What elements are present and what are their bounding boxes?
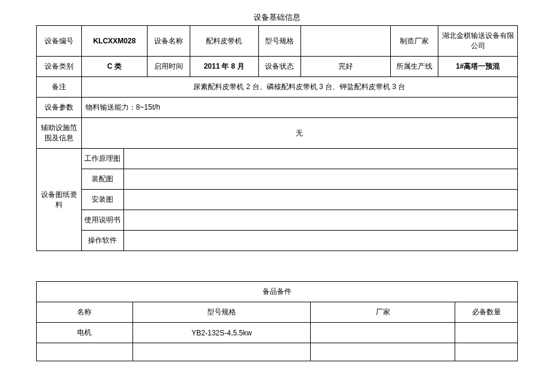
header-name: 名称	[37, 302, 133, 323]
drawing-value-1	[123, 169, 517, 190]
value-remark: 尿素配料皮带机 2 台、磷核配料皮带机 3 台、钾盐配料皮带机 3 台	[81, 77, 517, 98]
row2: 设备类别 C 类 启用时间 2011 年 8 月 设备状态 完好 所属生产线 1…	[37, 57, 518, 77]
row-drawing-1: 设备图纸资料 工作原理图	[37, 149, 518, 169]
drawing-value-4	[123, 231, 517, 251]
table2-header-row: 名称 型号规格 厂家 必备数量	[37, 302, 518, 323]
cell-model-0: YB2-132S-4,5.5kw	[132, 323, 311, 343]
cell-name-0: 电机	[37, 323, 133, 343]
drawing-item-4: 操作软件	[81, 231, 123, 251]
label-category: 设备类别	[37, 57, 82, 77]
equipment-info-table: 设备编号 KLCXXM028 设备名称 配料皮带机 型号规格 制造厂家 湖北金棋…	[36, 25, 518, 251]
row-remark: 备注 尿素配料皮带机 2 台、磷核配料皮带机 3 台、钾盐配料皮带机 3 台	[37, 77, 518, 98]
row-drawing-4: 使用说明书	[37, 210, 518, 231]
drawing-item-0: 工作原理图	[81, 149, 123, 169]
label-drawings: 设备图纸资料	[37, 149, 82, 251]
row-drawing-3: 安装图	[37, 190, 518, 210]
value-line: 1#高塔一预混	[438, 57, 518, 77]
label-params: 设备参数	[37, 98, 82, 118]
value-status: 完好	[300, 57, 390, 77]
label-aux: 辅助设施范围及信息	[37, 118, 82, 149]
cell-vendor-0	[311, 323, 455, 343]
value-model	[300, 26, 390, 57]
label-device-name: 设备名称	[148, 26, 190, 57]
cell-vendor-1	[311, 343, 455, 361]
header-vendor: 厂家	[311, 302, 455, 323]
row1: 设备编号 KLCXXM028 设备名称 配料皮带机 型号规格 制造厂家 湖北金棋…	[37, 26, 518, 57]
drawing-item-3: 使用说明书	[81, 210, 123, 231]
value-device-no: KLCXXM028	[81, 26, 148, 57]
value-mfr: 湖北金棋输送设备有限公司	[438, 26, 518, 57]
label-line: 所属生产线	[391, 57, 438, 77]
cell-model-1	[132, 343, 311, 361]
table2-row-1	[37, 343, 518, 361]
header-model: 型号规格	[132, 302, 311, 323]
spare-parts-table: 备品备件 名称 型号规格 厂家 必备数量 电机 YB2-132S-4,5.5kw	[36, 281, 518, 361]
drawing-value-0	[123, 149, 517, 169]
table2-title-row: 备品备件	[37, 282, 518, 302]
value-start-date: 2011 年 8 月	[190, 57, 258, 77]
value-category: C 类	[81, 57, 148, 77]
cell-qty-1	[455, 343, 518, 361]
header-qty: 必备数量	[455, 302, 518, 323]
drawing-item-1: 装配图	[81, 169, 123, 190]
value-aux: 无	[81, 118, 517, 149]
label-device-no: 设备编号	[37, 26, 82, 57]
cell-name-1	[37, 343, 133, 361]
drawing-value-2	[123, 190, 517, 210]
table2-row-0: 电机 YB2-132S-4,5.5kw	[37, 323, 518, 343]
drawing-value-3	[123, 210, 517, 231]
value-params: 物料输送能力：8~15t/h	[81, 98, 517, 118]
row-drawing-5: 操作软件	[37, 231, 518, 251]
row-drawing-2: 装配图	[37, 169, 518, 190]
label-mfr: 制造厂家	[391, 26, 438, 57]
cell-qty-0	[455, 323, 518, 343]
table1-title: 设备基础信息	[36, 12, 518, 23]
value-device-name: 配料皮带机	[190, 26, 258, 57]
label-remark: 备注	[37, 77, 82, 98]
row-params: 设备参数 物料输送能力：8~15t/h	[37, 98, 518, 118]
drawing-item-2: 安装图	[81, 190, 123, 210]
label-status: 设备状态	[258, 57, 300, 77]
label-model: 型号规格	[258, 26, 300, 57]
row-aux: 辅助设施范围及信息 无	[37, 118, 518, 149]
table2-title: 备品备件	[37, 282, 518, 302]
label-start-date: 启用时间	[148, 57, 190, 77]
